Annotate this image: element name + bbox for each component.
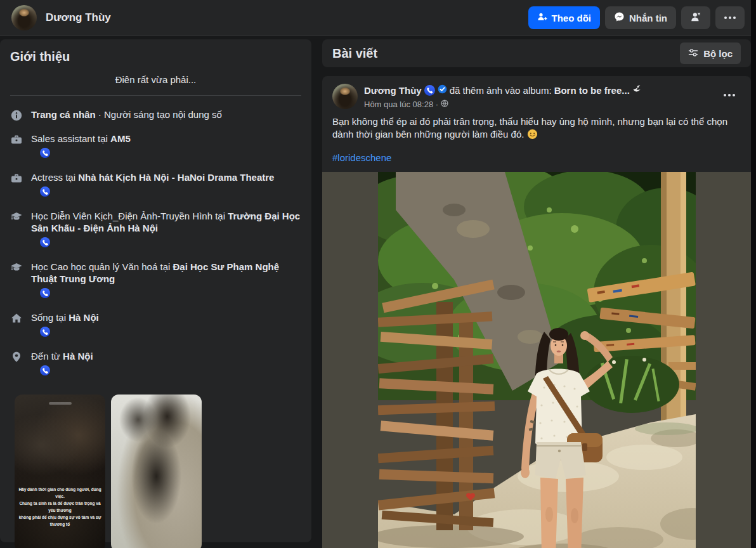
filter-button[interactable]: Bộ lọc <box>680 42 741 64</box>
featured-tiles: Hãy dành thời gian cho đúng người, đúng … <box>15 395 301 548</box>
post-photo-area <box>322 172 751 548</box>
message-button-label: Nhắn tin <box>629 13 667 23</box>
post-action-text: đã thêm ảnh vào album: <box>450 84 552 97</box>
tile-caption-decoration <box>49 402 72 405</box>
divider <box>10 95 301 96</box>
person-remove-icon <box>690 11 701 25</box>
verified-badge-icon <box>438 84 447 97</box>
about-item-link[interactable]: Trang cá nhân <box>31 109 96 120</box>
message-button[interactable]: Nhắn tin <box>605 6 676 29</box>
briefcase-icon <box>10 133 23 146</box>
zalo-icon[interactable] <box>40 148 50 158</box>
zalo-icon[interactable] <box>40 186 50 197</box>
profile-page: Dương Thùy Theo dõi Nhắn tin <box>0 0 756 548</box>
featured-tile[interactable] <box>111 395 202 548</box>
collection-tile[interactable]: Hãy dành thời gian cho đúng người, đúng … <box>15 395 105 548</box>
about-item-text: · Người sáng tạo nội dung số <box>96 109 222 120</box>
post: Dương Thùy đã thêm ảnh vào album: Born t… <box>322 76 751 548</box>
filter-icon <box>688 48 698 60</box>
collection-quote: Hãy dành thời gian cho đúng người, đúng … <box>16 486 103 528</box>
posts-header-card: Bài viết Bộ lọc <box>322 39 751 67</box>
about-item-link[interactable]: Nhà hát Kịch Hà Nội - HaNoi Drama Theatr… <box>78 172 274 183</box>
profile-actions: Theo dõi Nhắn tin <box>528 6 745 29</box>
intro-title: Giới thiệu <box>10 49 301 64</box>
about-item-work-2: Actress tại Nhà hát Kịch Hà Nội - HaNoi … <box>10 171 301 199</box>
post-body: Bạn không thể ép ai đó phải trân trọng, … <box>322 109 751 164</box>
filter-button-label: Bộ lọc <box>703 48 733 59</box>
posts-column: Bài viết Bộ lọc Dương Thùy <box>322 39 751 548</box>
profile-bio: Điên rất vừa phải... <box>10 74 301 85</box>
about-item-text: Đến từ <box>31 351 63 362</box>
follow-button[interactable]: Theo dõi <box>528 6 601 29</box>
page-scrollbar[interactable] <box>751 0 756 548</box>
about-item-work-1: Sales assistant tại AM5 <box>10 133 301 160</box>
about-item-link[interactable]: Hà Nội <box>63 351 93 362</box>
about-item-link[interactable]: AM5 <box>110 133 131 144</box>
hug-emoji-icon <box>527 129 538 143</box>
zalo-icon[interactable] <box>40 327 50 337</box>
more-icon <box>724 94 735 96</box>
remove-friend-button[interactable] <box>681 6 710 29</box>
about-item-text: Actress tại <box>31 172 78 183</box>
about-list: Trang cá nhân · Người sáng tạo nội dung … <box>10 108 301 378</box>
globe-icon <box>441 100 448 109</box>
info-icon <box>10 109 23 122</box>
dove-icon <box>632 84 643 97</box>
profile-header-bar: Dương Thùy Theo dõi Nhắn tin <box>0 0 756 36</box>
zalo-icon <box>424 85 435 96</box>
about-item-education-2: Học Cao học quản lý Văn hoá tại Đại Học … <box>10 261 301 301</box>
post-author-avatar[interactable] <box>332 84 358 109</box>
zalo-icon[interactable] <box>40 237 50 247</box>
about-item-from: Đến từ Hà Nội <box>10 350 301 378</box>
about-item-lives-in: Sống tại Hà Nội <box>10 311 301 339</box>
about-item-text: Học Cao học quản lý Văn hoá tại <box>31 261 173 272</box>
posts-title: Bài viết <box>332 46 377 61</box>
about-item-link[interactable]: Hà Nội <box>68 312 99 323</box>
post-meta: Hôm qua lúc 08:28 · <box>364 100 718 109</box>
post-photo[interactable] <box>378 172 696 548</box>
zalo-icon[interactable] <box>40 288 50 298</box>
graduation-cap-icon <box>10 261 23 274</box>
more-actions-button[interactable] <box>715 6 745 29</box>
about-item-profile-type: Trang cá nhân · Người sáng tạo nội dung … <box>10 108 301 122</box>
post-header: Dương Thùy đã thêm ảnh vào album: Born t… <box>322 76 751 109</box>
profile-avatar[interactable] <box>11 5 37 30</box>
about-item-text: Sống tại <box>31 312 68 323</box>
post-timestamp[interactable]: Hôm qua lúc 08:28 · <box>364 100 438 109</box>
about-item-education-1: Học Diễn Viên Kịch_Điện Ảnh-Truyền Hình … <box>10 210 301 250</box>
profile-name: Dương Thùy <box>46 11 111 24</box>
location-pin-icon <box>10 351 23 363</box>
zalo-icon[interactable] <box>40 365 50 375</box>
messenger-icon <box>614 11 625 24</box>
post-album-link[interactable]: Born to be free... <box>554 84 630 97</box>
follow-plus-icon <box>537 12 547 24</box>
post-more-button[interactable] <box>718 84 741 107</box>
post-hashtag-link[interactable]: #lorideschene <box>332 152 741 164</box>
about-item-text: Sales assistant tại <box>31 133 110 144</box>
more-icon <box>724 16 736 19</box>
follow-button-label: Theo dõi <box>552 13 592 23</box>
about-item-text: Học Diễn Viên Kịch_Điện Ảnh-Truyền Hình … <box>31 211 228 221</box>
graduation-cap-icon <box>10 211 23 223</box>
post-author-name[interactable]: Dương Thùy <box>364 84 422 97</box>
briefcase-icon <box>10 172 23 185</box>
intro-card: Giới thiệu Điên rất vừa phải... Trang cá… <box>0 39 311 542</box>
home-icon <box>10 312 23 325</box>
